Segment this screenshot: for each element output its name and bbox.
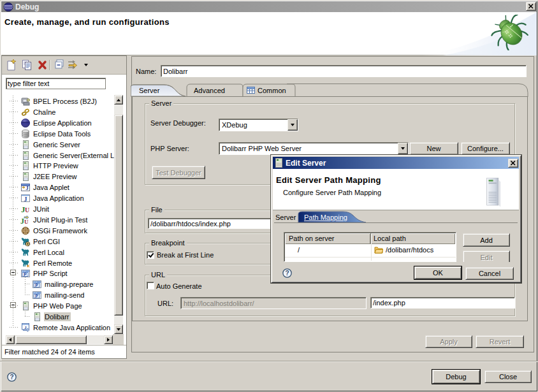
svg-text:?: ? <box>10 374 13 381</box>
svg-text:U: U <box>25 207 29 214</box>
svg-text:U: U <box>24 219 29 225</box>
svg-text:P: P <box>35 293 38 298</box>
svg-text:?: ? <box>285 270 289 277</box>
svg-text:J: J <box>24 195 27 202</box>
svg-text:P: P <box>24 272 27 276</box>
svg-text:P: P <box>35 282 38 287</box>
svg-text:J: J <box>25 185 29 191</box>
